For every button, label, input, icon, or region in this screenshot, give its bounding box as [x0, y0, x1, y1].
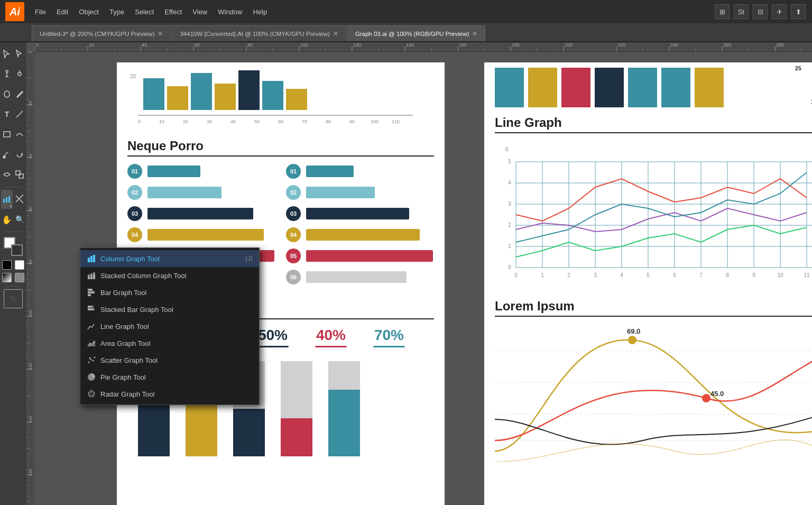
svg-rect-16 [215, 84, 236, 110]
svg-text:11: 11 [804, 272, 810, 278]
menu-window[interactable]: Window [214, 6, 246, 18]
svg-text:45.0: 45.0 [710, 390, 724, 398]
svg-rect-11 [8, 196, 10, 203]
ctx-scatter-graph-tool[interactable]: Scatter Graph Tool [80, 352, 259, 369]
paintbrush-tool[interactable] [1, 145, 13, 164]
ctx-column-graph-tool[interactable]: Column Graph Tool (J) [80, 250, 259, 267]
ctx-bar-graph-tool[interactable]: Bar Graph Tool [80, 284, 259, 301]
svg-point-97 [93, 360, 94, 362]
ctx-stacked-column-label: Stacked Column Graph Tool [100, 272, 253, 280]
col-fill-5 [328, 390, 360, 456]
pct-underline-3 [257, 346, 289, 347]
canvas-area[interactable]: 20 0 10 20 [26, 42, 812, 505]
svg-text:3: 3 [594, 272, 597, 278]
col-bg-5 [328, 361, 360, 456]
publish-icon-btn[interactable]: ✈ [772, 4, 787, 19]
blob-tool[interactable] [1, 85, 13, 104]
area-graph-icon [87, 338, 96, 348]
tab-0[interactable]: Untitled-3* @ 200% (CMYK/GPU Preview) ✕ [32, 25, 171, 41]
pct-underline-5 [373, 346, 405, 347]
bar-fill-04 [147, 229, 264, 241]
line-graph-title: Line Graph [495, 115, 812, 133]
svg-text:20: 20 [183, 119, 188, 124]
rbar-2 [528, 68, 557, 107]
bar-num-02: 02 [127, 185, 142, 200]
scale-tool[interactable] [14, 165, 25, 184]
svg-rect-84 [90, 276, 93, 279]
canvas-content[interactable]: 20 0 10 20 [35, 52, 812, 505]
tab-2-close[interactable]: ✕ [472, 30, 477, 38]
ctx-bar-graph-label: Bar Graph Tool [100, 289, 253, 297]
ctx-pie-graph-tool[interactable]: Pie Graph Tool [80, 369, 259, 385]
fill-stroke-indicator[interactable] [4, 237, 23, 256]
svg-text:8: 8 [726, 272, 729, 278]
radar-graph-icon [87, 389, 96, 399]
svg-text:7: 7 [699, 272, 703, 278]
svg-point-77 [702, 394, 710, 402]
ctx-radar-graph-tool[interactable]: Radar Graph Tool [80, 385, 259, 402]
rbar-4 [595, 68, 624, 107]
column-graph-icon [87, 254, 96, 263]
svg-text:2: 2 [567, 272, 570, 278]
share-icon-btn[interactable]: ⬆ [791, 4, 806, 19]
bar-fill-r-05 [306, 250, 433, 262]
gradient-fill[interactable] [2, 273, 12, 282]
bar-num-r-05: 05 [286, 249, 301, 263]
warp-tool[interactable] [1, 165, 13, 184]
tab-1-close[interactable]: ✕ [333, 30, 338, 38]
col-chart-4 [275, 351, 318, 456]
tab-1[interactable]: 34410W [Converted].AI @ 100% (CMYK/GPU P… [172, 25, 346, 41]
line-tool[interactable] [14, 105, 25, 124]
menu-effect[interactable]: Effect [160, 6, 186, 18]
rotate-tool[interactable] [14, 145, 25, 164]
ctx-stacked-column-graph-tool[interactable]: Stacked Column Graph Tool [80, 267, 259, 284]
ctx-stacked-bar-graph-tool[interactable]: Stacked Bar Graph Tool [80, 301, 259, 318]
svg-rect-5 [4, 132, 10, 137]
search-icon-btn[interactable]: ⊞ [715, 4, 730, 19]
svg-point-0 [6, 70, 8, 72]
rect-tool[interactable] [1, 125, 13, 144]
artboard-tool[interactable]: ⬛ [4, 289, 23, 308]
menu-edit[interactable]: Edit [52, 6, 72, 18]
svg-rect-92 [91, 306, 94, 308]
curve-chart-wrapper: 69.0 45.0 [495, 324, 812, 464]
anchor-tool[interactable] [14, 65, 25, 84]
grid-icon-btn[interactable]: ⊟ [753, 4, 768, 19]
type-tool[interactable]: T [1, 105, 13, 124]
tab-2[interactable]: Graph 03.ai @ 100% (RGB/GPU Preview) ✕ [347, 25, 486, 41]
menu-object[interactable]: Object [75, 6, 103, 18]
menu-help[interactable]: Help [248, 6, 271, 18]
none-icon[interactable] [15, 273, 24, 282]
curve-tool[interactable] [14, 125, 25, 144]
zoom-tool[interactable]: 🔍 [14, 210, 25, 229]
no-fill[interactable] [15, 260, 24, 270]
ctx-area-graph-tool[interactable]: Area Graph Tool [80, 335, 259, 352]
ctx-radar-graph-label: Radar Graph Tool [100, 390, 253, 398]
ctx-line-graph-tool[interactable]: Line Graph Tool [80, 318, 259, 335]
pencil-tool[interactable] [14, 85, 25, 104]
bar-num-r-06: 06 [286, 270, 301, 284]
tab-0-close[interactable]: ✕ [158, 30, 163, 38]
bar-row-04-right: 04 [286, 227, 434, 242]
menu-type[interactable]: Type [105, 6, 128, 18]
menu-view[interactable]: View [188, 6, 211, 18]
graph-tool[interactable] [1, 190, 13, 209]
black-fill[interactable] [2, 260, 12, 270]
bar-num-r-02: 02 [286, 185, 301, 200]
direct-selection-tool[interactable] [14, 44, 25, 63]
svg-point-6 [3, 156, 5, 158]
hand-tool[interactable]: ✋ [1, 210, 13, 229]
svg-text:70: 70 [302, 119, 307, 124]
bar-annotation-25: 25 [795, 65, 801, 71]
menu-file[interactable]: File [31, 6, 50, 18]
library-icon-btn[interactable]: St [734, 4, 749, 19]
ctx-scatter-graph-label: Scatter Graph Tool [100, 356, 253, 364]
svg-rect-81 [93, 255, 95, 262]
pen-tool[interactable] [1, 65, 13, 84]
selection-tool[interactable] [1, 44, 13, 63]
menu-select[interactable]: Select [131, 6, 158, 18]
svg-text:0: 0 [514, 272, 518, 278]
svg-rect-83 [88, 274, 90, 277]
slice-tool[interactable] [14, 190, 25, 209]
col-bg-4 [281, 361, 312, 456]
